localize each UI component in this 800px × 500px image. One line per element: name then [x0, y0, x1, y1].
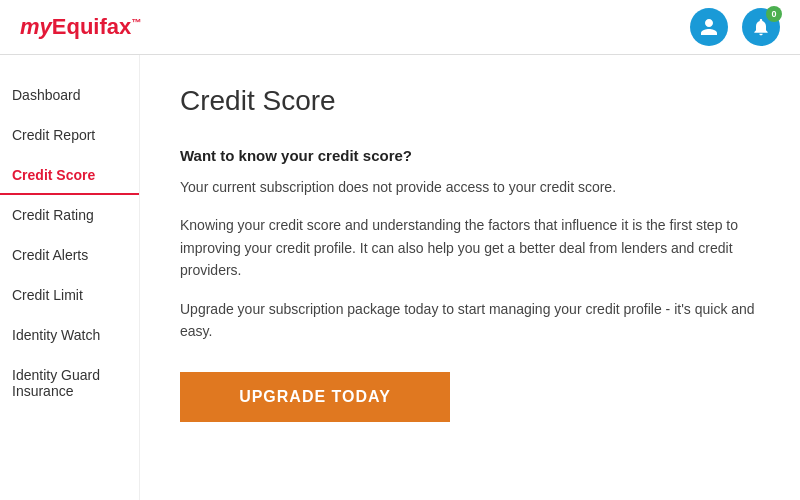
page-title: Credit Score — [180, 85, 760, 117]
upgrade-today-button[interactable]: UPGRADE TODAY — [180, 372, 450, 422]
content-paragraph-3: Upgrade your subscription package today … — [180, 298, 760, 343]
content-paragraph-1: Your current subscription does not provi… — [180, 176, 760, 198]
layout: Dashboard Credit Report Credit Score Cre… — [0, 55, 800, 500]
header-icons: 0 — [690, 8, 780, 46]
main-content: Credit Score Want to know your credit sc… — [140, 55, 800, 500]
sidebar-item-credit-rating[interactable]: Credit Rating — [0, 195, 139, 235]
user-avatar-button[interactable] — [690, 8, 728, 46]
logo-my: my — [20, 14, 52, 39]
content-paragraph-2: Knowing your credit score and understand… — [180, 214, 760, 281]
logo: myEquifax™ — [20, 14, 141, 40]
sidebar-item-identity-guard[interactable]: Identity Guard Insurance — [0, 355, 139, 411]
header: myEquifax™ 0 — [0, 0, 800, 55]
content-question: Want to know your credit score? — [180, 147, 760, 164]
sidebar-item-credit-limit[interactable]: Credit Limit — [0, 275, 139, 315]
sidebar-item-dashboard[interactable]: Dashboard — [0, 75, 139, 115]
content-box: Want to know your credit score? Your cur… — [180, 147, 760, 422]
sidebar-item-credit-score[interactable]: Credit Score — [0, 155, 139, 195]
sidebar-item-identity-watch[interactable]: Identity Watch — [0, 315, 139, 355]
notification-button[interactable]: 0 — [742, 8, 780, 46]
sidebar-item-credit-report[interactable]: Credit Report — [0, 115, 139, 155]
logo-equifax: Equifax — [52, 14, 131, 39]
notification-badge: 0 — [766, 6, 782, 22]
logo-tm: ™ — [131, 17, 141, 28]
user-icon — [699, 17, 719, 37]
sidebar: Dashboard Credit Report Credit Score Cre… — [0, 55, 140, 500]
sidebar-item-credit-alerts[interactable]: Credit Alerts — [0, 235, 139, 275]
